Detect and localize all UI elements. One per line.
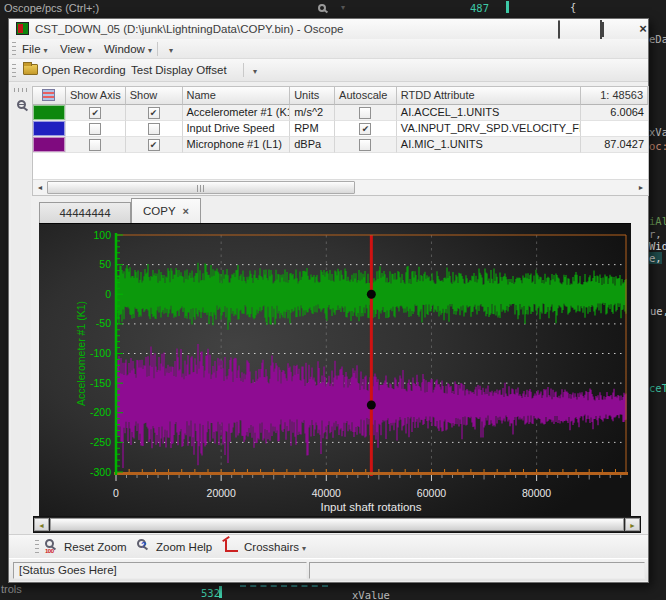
table-grid-icon[interactable] — [42, 89, 55, 101]
signal-units: m/s^2 — [290, 105, 335, 121]
editor-brace: { — [570, 1, 576, 13]
menubar-overflow-button[interactable]: ▾ — [162, 41, 177, 57]
table-row[interactable]: Input Drive Speed RPM ✔ VA.INPUT_DRV_SPD… — [33, 121, 648, 137]
editor-line-number: 487 — [470, 2, 489, 14]
cursor-value: 87.0427 — [581, 137, 648, 153]
show-axis-checkbox[interactable] — [89, 139, 101, 151]
show-checkbox[interactable]: ✔ — [148, 139, 160, 151]
minimize-button[interactable] — [548, 21, 570, 37]
menubar-grip[interactable] — [12, 42, 16, 55]
tab-close-icon[interactable]: × — [183, 205, 189, 217]
code-fragment: e, — [649, 252, 662, 264]
cursor — [367, 235, 376, 476]
statusbar: [Status Goes Here] — [9, 558, 648, 581]
rtdd-attribute: AI.ACCEL_1.UNITS — [397, 105, 581, 121]
editor-search-label[interactable]: Oscope/pcs (Ctrl+;) — [4, 2, 99, 14]
toolbar-grip[interactable] — [12, 64, 16, 77]
chevron-down-icon: ▾ — [44, 46, 48, 55]
crosshairs-button[interactable]: Crosshairs▾ — [244, 539, 306, 555]
cursor-marker — [367, 401, 376, 410]
status-panel-right — [309, 562, 645, 579]
svg-text:0: 0 — [105, 288, 111, 300]
left-toolbar-strip — [11, 84, 31, 534]
chevron-down-icon: ▾ — [302, 544, 306, 553]
toolbar-overflow-button[interactable]: ▾ — [250, 62, 257, 79]
color-swatch[interactable] — [33, 121, 65, 136]
y-axis-title: Accelerometer #1 (K1) — [75, 301, 87, 406]
autoscale-checkbox[interactable] — [359, 139, 371, 151]
open-recording-button[interactable]: Open Recording — [42, 62, 126, 79]
menubar-separator — [157, 42, 158, 56]
svg-text:-50: -50 — [96, 317, 111, 329]
code-fragment: xValue — [352, 589, 390, 600]
zoom-help-button[interactable]: Zoom Help — [156, 539, 212, 555]
show-checkbox[interactable] — [148, 123, 160, 135]
table-hscrollbar[interactable]: ◄ ► — [33, 179, 648, 195]
window-title: CST_DOWN_05 (D:\junk\LightningData\COPY.… — [35, 23, 344, 35]
search-icon[interactable] — [318, 4, 326, 12]
autoscale-checkbox[interactable] — [359, 107, 371, 119]
waveform-plot[interactable]: 100500-50-100-150-200-250-30002000040000… — [39, 224, 631, 517]
col-header-rtdd[interactable]: RTDD Attribute — [397, 87, 581, 105]
x-axis-title: Input shaft rotations — [320, 501, 421, 513]
col-header-autoscale[interactable]: Autoscale — [335, 87, 397, 105]
col-header-show[interactable]: Show — [126, 87, 183, 105]
col-header-show-axis[interactable]: Show Axis — [66, 87, 126, 105]
tab-44444444[interactable]: 44444444 — [39, 202, 131, 223]
editor-line-number: 532 — [201, 587, 220, 599]
zoom-out-icon[interactable] — [17, 100, 26, 109]
show-axis-checkbox[interactable]: ✔ — [89, 107, 101, 119]
table-row[interactable]: ✔ ✔ Accelerometer #1 (K1) m/s^2 AI.ACCEL… — [33, 105, 648, 121]
color-cell — [33, 137, 66, 153]
search-dropdown-icon[interactable]: ▾ — [341, 3, 345, 12]
chevron-down-icon: ▾ — [148, 46, 152, 55]
rtdd-attribute: VA.INPUT_DRV_SPD.VELOCITY_FILTERE — [397, 121, 581, 137]
test-display-offset-button[interactable]: Test Display Offset — [131, 62, 227, 79]
minimize-icon — [558, 20, 560, 39]
close-button[interactable]: × — [632, 21, 654, 37]
col-header-units[interactable]: Units — [290, 87, 335, 105]
color-swatch[interactable] — [33, 105, 65, 120]
table-row[interactable]: ✔ Microphone #1 (L1) dBPa AI.MIC_1.UNITS… — [33, 137, 648, 153]
maximize-icon — [600, 20, 602, 39]
editor-cursor — [219, 586, 222, 598]
color-swatch[interactable] — [33, 137, 65, 152]
col-header-cursor-value[interactable]: 1: 48563 — [581, 87, 648, 105]
scroll-right-icon[interactable]: ► — [625, 518, 640, 531]
screen: Oscope/pcs (Ctrl+;) ▾ 487 { eDat xVal oc… — [0, 0, 666, 600]
color-cell — [33, 121, 66, 137]
menu-file[interactable]: File▾ — [18, 41, 52, 57]
col-header-name[interactable]: Name — [183, 87, 291, 105]
scroll-right-icon[interactable]: ► — [634, 181, 648, 194]
svg-text:50: 50 — [99, 258, 111, 270]
tab-copy[interactable]: COPY× — [131, 198, 201, 223]
chart-scroll-thumb[interactable] — [50, 518, 624, 531]
reset-zoom-icon: 100 — [45, 539, 54, 548]
scroll-left-icon[interactable]: ◄ — [33, 181, 47, 194]
status-text: [Status Goes Here] — [13, 562, 307, 579]
chart-hscrollbar[interactable]: ◄ ► — [33, 516, 641, 533]
table-scroll-thumb[interactable] — [47, 181, 355, 194]
show-checkbox[interactable]: ✔ — [148, 107, 160, 119]
titlebar[interactable]: CST_DOWN_05 (D:\junk\LightningData\COPY.… — [9, 19, 648, 39]
chart-toolbar: 100 Reset Zoom ? Zoom Help Crosshairs▾ — [9, 534, 648, 558]
scroll-left-icon[interactable]: ◄ — [34, 518, 49, 531]
code-fragment: trols — [1, 583, 22, 595]
autoscale-checkbox[interactable]: ✔ — [359, 123, 371, 135]
zoom-help-icon: ? — [137, 539, 146, 548]
show-axis-checkbox[interactable] — [89, 123, 101, 135]
crosshairs-icon — [225, 540, 238, 552]
cursor-value — [581, 121, 648, 137]
chevron-down-icon: ▾ — [88, 46, 92, 55]
menu-view[interactable]: View▾ — [56, 41, 96, 57]
maximize-button[interactable] — [590, 21, 612, 37]
reset-zoom-button[interactable]: Reset Zoom — [64, 539, 127, 555]
svg-text:0: 0 — [113, 487, 119, 499]
chevron-down-icon: ▾ — [169, 46, 173, 55]
app-icon — [16, 22, 29, 35]
left-strip-grip[interactable] — [14, 88, 28, 92]
svg-text:40000: 40000 — [312, 487, 341, 499]
chart-toolbar-grip[interactable] — [35, 540, 39, 553]
signal-name: Microphone #1 (L1) — [183, 137, 291, 153]
menu-window[interactable]: Window▾ — [100, 41, 156, 57]
